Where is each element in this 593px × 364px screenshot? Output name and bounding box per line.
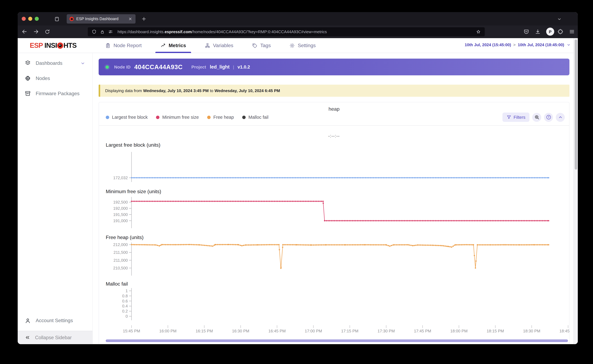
filters-label: Filters — [514, 115, 525, 120]
y-tick-label: 0.4 — [122, 304, 128, 308]
sidebar-bottom: Account Settings Collapse Sidebar — [18, 314, 92, 344]
notice-from-date: Wednesday, July 10, 2024 3:45 PM — [143, 88, 209, 93]
notice-to-date: Wednesday, July 10, 2024 6:45 PM — [215, 88, 280, 93]
menu-button[interactable] — [569, 28, 577, 36]
tab-label: Variables — [213, 43, 233, 48]
shield-icon[interactable] — [91, 29, 97, 34]
metrics-charts[interactable]: Largest free block (units)172,032Minimum… — [99, 140, 570, 335]
logo-insi-text: INSI — [44, 42, 57, 50]
y-tick-label: 192,500 — [113, 200, 128, 204]
scrollbar-thumb[interactable] — [574, 39, 577, 169]
extensions-button[interactable] — [557, 28, 565, 36]
x-tick-label: 17:30 PM — [378, 329, 395, 333]
new-tab-button[interactable] — [141, 15, 149, 23]
minimize-window-button[interactable] — [28, 17, 32, 21]
x-tick-label: 16:45 PM — [268, 329, 286, 333]
data-markers — [131, 201, 549, 221]
y-tick-label: 210,500 — [113, 266, 128, 270]
x-tick-label: 18:15 PM — [487, 329, 504, 333]
sidebar-item-label: Dashboards — [36, 60, 63, 66]
puzzle-icon — [557, 28, 564, 35]
data-line — [131, 201, 549, 221]
main-content: Node ID 404CCA44A93C Project led_light |… — [93, 53, 578, 344]
tab-close-icon[interactable] — [128, 16, 133, 21]
tab-favicon-icon — [70, 17, 74, 21]
downloads-button[interactable] — [535, 28, 543, 36]
date-range-separator: > — [513, 42, 516, 47]
x-tick-label: 18:45 PM — [560, 329, 570, 333]
chart-free-heap-units: Free heap (units)212,000211,500211,00021… — [106, 234, 549, 276]
node-id-value: 404CCA44A93C — [134, 63, 183, 71]
plus-icon — [141, 16, 147, 22]
tab-variables[interactable]: Variables — [205, 38, 233, 53]
chevron-down-icon — [566, 42, 571, 47]
legend-label: Free heap — [213, 115, 234, 120]
legend-dot — [242, 116, 246, 119]
node-banner: Node ID 404CCA44A93C Project led_light |… — [99, 58, 569, 75]
forward-button[interactable] — [33, 28, 41, 36]
forward-arrow-icon — [33, 28, 39, 35]
lock-icon[interactable] — [100, 29, 105, 34]
url-bar[interactable]: https://dashboard.insights.espressif.com… — [88, 27, 485, 36]
pocket-button[interactable] — [523, 28, 531, 36]
y-tick-label: 211,000 — [113, 258, 128, 263]
sidebar-item-dashboards[interactable]: Dashboards — [18, 56, 92, 71]
help-button[interactable]: ? — [544, 113, 553, 122]
app-header: ESPINSIHTS Node ReportMetricsVariablesTa… — [18, 38, 578, 53]
zoom-window-button[interactable] — [35, 17, 39, 21]
tab-title: ESP Insights Dashboard — [76, 17, 125, 21]
page-scrollbar[interactable] — [573, 38, 578, 344]
esp-insights-app: ESPINSIHTS Node ReportMetricsVariablesTa… — [18, 38, 578, 344]
collapse-panel-button[interactable] — [556, 113, 565, 122]
sidebar-item-label: Nodes — [36, 76, 50, 81]
sidebar-item-firmware-packages[interactable]: Firmware Packages — [18, 86, 92, 101]
y-tick-label: 211,500 — [113, 250, 128, 255]
filters-button[interactable]: Filters — [502, 113, 529, 122]
zoom-in-button[interactable] — [532, 113, 541, 122]
window-controls — [22, 17, 39, 21]
x-axis: 15:45 PM16:00 PM16:15 PM16:30 PM16:45 PM… — [123, 325, 570, 333]
app-body: DashboardsNodesFirmware Packages Account… — [18, 53, 578, 344]
help-icon: ? — [546, 114, 551, 120]
chart-title: Largest free block (units) — [106, 142, 160, 148]
chevron-down-icon — [80, 60, 86, 66]
x-tick-label: 16:15 PM — [196, 329, 213, 333]
hover-timestamp: -:--:-- — [99, 134, 569, 138]
legend-dot — [156, 116, 160, 119]
tab-settings[interactable]: Settings — [289, 38, 316, 53]
clipboard-icon — [105, 43, 111, 48]
legend-item-malloc-fail: Malloc fail — [242, 115, 268, 120]
tab-node-report[interactable]: Node Report — [105, 38, 142, 53]
firefox-view-button[interactable] — [53, 15, 61, 23]
sidebar-item-nodes[interactable]: Nodes — [18, 71, 92, 86]
chart-largest-free-block-units: Largest free block (units)172,032 — [106, 142, 549, 182]
legend-dot — [207, 116, 211, 119]
permissions-icon[interactable] — [108, 29, 113, 34]
panel-controls: Filters ? — [502, 113, 565, 122]
tab-metrics[interactable]: Metrics — [160, 38, 186, 53]
back-button[interactable] — [21, 28, 29, 36]
node-id-label: Node ID — [114, 65, 130, 69]
tab-list-button[interactable] — [557, 15, 564, 23]
bookmark-star-icon[interactable] — [476, 29, 481, 34]
tab-label: Node Report — [113, 43, 142, 48]
range-selector[interactable] — [106, 339, 568, 342]
chevrons-left-icon — [25, 335, 30, 340]
x-tick-label: 16:00 PM — [159, 329, 176, 333]
sidebar-item-account-settings[interactable]: Account Settings — [18, 314, 92, 327]
y-tick-label: 1 — [126, 288, 128, 293]
legend-item-largest-free-block: Largest free block — [106, 115, 148, 120]
collapse-sidebar-button[interactable]: Collapse Sidebar — [18, 331, 92, 344]
browser-toolbar: https://dashboard.insights.espressif.com… — [18, 26, 578, 38]
browser-tab[interactable]: ESP Insights Dashboard — [67, 14, 136, 24]
legend-item-free-heap: Free heap — [207, 115, 234, 120]
y-tick-label: 172,032 — [113, 176, 128, 180]
y-tick-label: 0 — [126, 314, 128, 318]
chip-icon — [25, 75, 31, 82]
y-tick-label: 0.6 — [122, 299, 128, 303]
tab-tags[interactable]: Tags — [252, 38, 271, 53]
close-window-button[interactable] — [22, 17, 26, 21]
profile-avatar[interactable]: P — [546, 28, 554, 36]
reload-button[interactable] — [44, 28, 52, 36]
date-range-picker[interactable]: 10th Jul, 2024 (15:45:00) > 10th Jul, 20… — [465, 42, 571, 47]
